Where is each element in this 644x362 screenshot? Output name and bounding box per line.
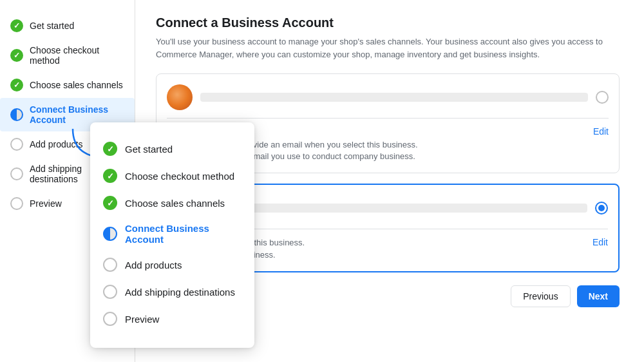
sidebar-label-sales: Choose sales channels <box>30 80 123 90</box>
sidebar-item-get-started[interactable]: Get started <box>0 13 135 39</box>
popup-label-get-started: Get started <box>125 144 173 155</box>
popup-sidebar: Get started Choose checkout method Choos… <box>90 122 254 348</box>
edit-link-second[interactable]: Edit <box>592 237 608 247</box>
account-row-first <box>167 84 609 110</box>
page-title: Connect a Business Account <box>156 15 623 30</box>
popup-label-checkout: Choose checkout method <box>125 171 234 182</box>
popup-item-preview[interactable]: Preview <box>90 305 254 332</box>
check-icon-get-started <box>10 19 23 32</box>
previous-button[interactable]: Previous <box>511 285 570 307</box>
card-divider <box>167 118 609 119</box>
empty-icon-preview <box>10 197 23 210</box>
account-name-blurred <box>200 93 588 102</box>
empty-icon-products <box>10 138 23 151</box>
edit-link-first[interactable]: Edit <box>593 126 609 137</box>
popup-half-icon-connect <box>103 227 117 241</box>
popup-label-sales: Choose sales channels <box>125 198 225 209</box>
popup-item-checkout[interactable]: Choose checkout method <box>90 162 254 189</box>
half-icon-connect <box>10 108 23 121</box>
popup-check-icon-sales <box>103 196 117 210</box>
account-name-blurred-second <box>201 204 587 213</box>
popup-label-preview: Preview <box>125 314 159 325</box>
popup-empty-icon-products <box>103 258 117 272</box>
popup-label-connect: Connect Business Account <box>125 223 242 245</box>
sidebar-label-preview: Preview <box>30 198 62 209</box>
check-icon-sales <box>10 79 23 91</box>
sidebar-label-checkout: Choose checkout method <box>30 45 124 66</box>
account-avatar-first <box>167 84 193 110</box>
page-description: You'll use your business account to mana… <box>156 35 607 61</box>
popup-item-connect[interactable]: Connect Business Account <box>90 216 254 251</box>
next-button[interactable]: Next <box>577 285 620 307</box>
popup-item-get-started[interactable]: Get started <box>90 135 254 162</box>
popup-empty-icon-shipping <box>103 285 117 299</box>
radio-dot <box>598 205 605 211</box>
radio-unselected-first[interactable] <box>596 91 609 104</box>
popup-label-products: Add products <box>125 260 182 271</box>
popup-empty-icon-preview <box>103 312 117 326</box>
popup-label-shipping: Add shipping destinations <box>125 287 235 298</box>
popup-item-shipping[interactable]: Add shipping destinations <box>90 278 254 305</box>
empty-icon-shipping <box>10 167 23 180</box>
sidebar-item-checkout[interactable]: Choose checkout method <box>0 39 135 72</box>
popup-check-icon-checkout <box>103 169 117 183</box>
popup-check-icon-get-started <box>103 142 117 156</box>
popup-item-products[interactable]: Add products <box>90 251 254 278</box>
sidebar-label-get-started: Get started <box>30 21 74 31</box>
sidebar-item-sales[interactable]: Choose sales channels <box>0 72 135 98</box>
popup-item-sales[interactable]: Choose sales channels <box>90 189 254 216</box>
check-icon-checkout <box>10 49 23 62</box>
radio-selected[interactable] <box>595 202 608 214</box>
